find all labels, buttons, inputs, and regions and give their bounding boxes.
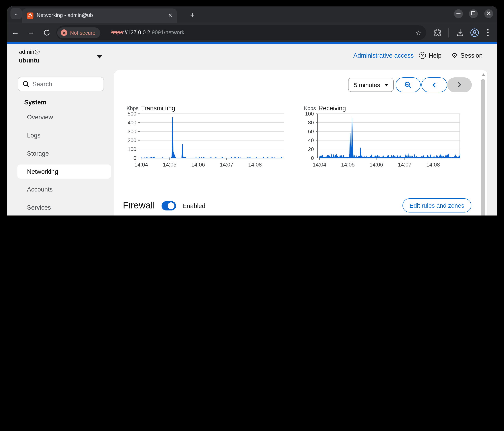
downloads-icon[interactable] — [454, 23, 466, 42]
svg-text:14:05: 14:05 — [341, 162, 355, 168]
administrative-access-link[interactable]: Administrative access — [353, 52, 414, 59]
scrollbar-up-icon[interactable] — [481, 73, 485, 76]
svg-text:80: 80 — [308, 119, 314, 126]
forward-icon[interactable]: → — [25, 23, 37, 42]
svg-text:14:07: 14:07 — [220, 162, 234, 168]
browser-tab[interactable]: Networking - admin@ub ✕ — [22, 9, 177, 23]
desktop: ⌄ Networking - admin@ub ✕ + ← → ✕Not sec… — [0, 0, 504, 216]
host-switcher-caret-icon[interactable] — [97, 55, 102, 58]
sidebar-item-accounts[interactable]: Accounts — [17, 182, 111, 196]
sidebar-item-services[interactable]: Services — [17, 200, 111, 214]
svg-text:300: 300 — [128, 128, 136, 135]
sidebar-item-storage[interactable]: Storage — [17, 146, 111, 160]
page-accent-bar — [7, 42, 497, 44]
bookmark-star-icon[interactable]: ☆ — [415, 25, 421, 40]
time-range-select[interactable]: 5 minutes — [348, 78, 393, 92]
address-bar[interactable]: ✕Not secure https://127.0.0.2:9091/netwo… — [56, 25, 426, 40]
zoom-out-button[interactable] — [396, 77, 420, 92]
svg-text:60: 60 — [308, 128, 314, 135]
svg-text:500: 500 — [128, 111, 136, 117]
gear-icon: ⚙ — [451, 52, 458, 59]
edit-rules-button[interactable]: Edit rules and zones — [403, 198, 471, 212]
svg-text:Transmitting: Transmitting — [141, 105, 175, 112]
not-secure-icon: ✕ — [61, 29, 67, 36]
toolbar-separator — [448, 28, 449, 37]
tab-strip: ⌄ Networking - admin@ub ✕ + — [7, 7, 497, 23]
svg-text:Receiving: Receiving — [318, 105, 346, 112]
firewall-state-label: Enabled — [182, 202, 206, 210]
svg-text:0: 0 — [134, 155, 136, 161]
browser-window: ⌄ Networking - admin@ub ✕ + ← → ✕Not sec… — [7, 7, 497, 216]
receiving-chart: KbpsReceiving02040608010014:0414:0514:06… — [298, 101, 471, 172]
url-text: https://127.0.0.2:9091/network — [111, 25, 184, 40]
scroll-right-button[interactable] — [447, 77, 472, 92]
svg-text:14:04: 14:04 — [134, 162, 148, 168]
browser-toolbar: ← → ✕Not secure https://127.0.0.2:9091/n… — [7, 23, 497, 42]
svg-text:100: 100 — [128, 146, 136, 152]
sidebar-item-networking[interactable]: Networking — [17, 165, 111, 179]
reload-icon[interactable] — [41, 23, 53, 42]
svg-text:200: 200 — [128, 137, 136, 143]
transmitting-chart: KbpsTransmitting010020030040050014:0414:… — [121, 101, 294, 172]
svg-text:14:08: 14:08 — [426, 162, 440, 168]
host-switcher[interactable]: admin@ubuntu — [19, 47, 40, 65]
tab-close-icon[interactable]: ✕ — [167, 12, 174, 19]
ubuntu-favicon — [27, 12, 33, 19]
not-secure-chip[interactable]: ✕Not secure — [57, 27, 100, 38]
extensions-icon[interactable] — [431, 23, 443, 42]
sidebar-item-logs[interactable]: Logs — [17, 128, 111, 142]
tab-title: Networking - admin@ub — [37, 12, 170, 19]
svg-text:14:06: 14:06 — [191, 162, 205, 168]
svg-text:Kbps: Kbps — [126, 105, 138, 111]
help-menu[interactable]: ?Help — [419, 52, 441, 59]
browser-menu-icon[interactable] — [483, 23, 493, 42]
cockpit-app: admin@ubuntu Administrative access ?Help… — [7, 44, 497, 216]
firewall-toggle[interactable] — [162, 201, 176, 211]
svg-text:14:07: 14:07 — [398, 162, 412, 168]
window-close-button[interactable] — [484, 9, 493, 18]
new-tab-button[interactable]: + — [187, 10, 198, 21]
search-icon — [22, 81, 29, 87]
sidebar-item-overview[interactable]: Overview — [17, 110, 111, 124]
svg-text:Kbps: Kbps — [304, 105, 316, 111]
scroll-left-button[interactable] — [421, 77, 447, 92]
firewall-title: Firewall — [123, 200, 155, 211]
networking-page-card: 5 minutes KbpsTransmitting01002003004005… — [114, 70, 487, 216]
select-caret-icon — [384, 84, 388, 86]
window-minimize-button[interactable] — [454, 9, 463, 18]
profile-avatar-icon[interactable] — [469, 23, 480, 42]
nav-section-system: System — [24, 99, 46, 107]
back-icon[interactable]: ← — [9, 23, 21, 42]
svg-text:400: 400 — [128, 119, 136, 126]
svg-text:100: 100 — [305, 111, 314, 117]
svg-text:14:04: 14:04 — [313, 162, 326, 168]
tab-search-button[interactable]: ⌄ — [10, 8, 22, 19]
svg-text:0: 0 — [311, 155, 314, 161]
scrollbar-thumb[interactable] — [481, 79, 485, 216]
svg-text:40: 40 — [308, 137, 314, 143]
svg-text:14:08: 14:08 — [248, 162, 262, 168]
svg-text:14:05: 14:05 — [163, 162, 176, 168]
session-menu[interactable]: ⚙Session — [451, 52, 483, 59]
window-maximize-button[interactable] — [469, 9, 478, 18]
nav-search-input[interactable]: Search — [18, 77, 104, 91]
svg-text:20: 20 — [308, 146, 314, 152]
svg-text:14:06: 14:06 — [369, 162, 383, 168]
help-icon: ? — [419, 52, 426, 59]
